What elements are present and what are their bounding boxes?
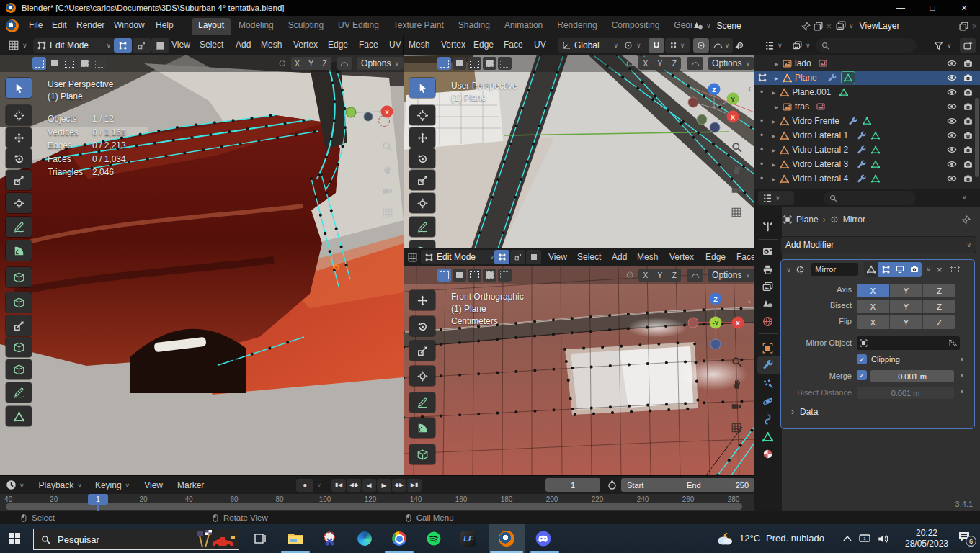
bisect-x-button[interactable]: X [857, 300, 890, 313]
scene-icon[interactable] [693, 21, 703, 31]
axis-x-button[interactable]: X [857, 284, 890, 297]
blender-taskbar-active[interactable] [489, 524, 525, 553]
mode-dropdown[interactable]: Edit Mode ∨ [33, 38, 115, 53]
collapse-modifier-icon[interactable]: ∨ [786, 266, 791, 274]
taskbar-search-box[interactable]: Pesquisar [33, 529, 239, 550]
auto-keying-button[interactable]: ● [296, 479, 313, 492]
jump-to-end-button[interactable]: ▶▮ [407, 479, 422, 492]
scene-name[interactable]: Scene [717, 21, 799, 31]
outliner-row-vidro-lateral-4[interactable]: • ▸ Vidro Lateral 4 [754, 171, 980, 186]
bisect-y-button[interactable]: Y [890, 300, 923, 313]
vp2-cursor-tool[interactable] [409, 105, 435, 125]
vp3-menu-add[interactable]: Add [607, 251, 631, 264]
tab-object-data[interactable] [762, 431, 773, 442]
tab-render[interactable] [762, 246, 773, 257]
vp3-select-box-difference[interactable] [483, 269, 496, 282]
tray-clock[interactable]: 20:22 28/05/2023 [899, 528, 954, 549]
vp2-select-box-difference[interactable] [483, 57, 496, 70]
modifier-render-toggle[interactable] [907, 262, 922, 276]
menu-window[interactable]: Window [110, 19, 149, 32]
vp2-select-box-extend[interactable] [453, 57, 466, 70]
vp2-scale-tool[interactable] [409, 170, 435, 190]
notification-center-button[interactable]: 6 [958, 531, 971, 545]
add-cube-tool[interactable] [6, 267, 32, 287]
select-box-new-button[interactable] [32, 57, 46, 70]
tab-geometry-nodes[interactable]: Geometry Nodes [667, 18, 692, 35]
vp3-vertex-select[interactable] [494, 250, 509, 264]
mirror-object-field[interactable] [857, 336, 960, 350]
vp2-zoom-icon[interactable] [731, 142, 742, 153]
proportional-edit-button[interactable] [693, 38, 709, 53]
vp1-mirror-x[interactable]: X [291, 57, 305, 70]
bisect-z-button[interactable]: Z [923, 300, 956, 313]
tab-constraints[interactable] [762, 414, 773, 425]
annotate-tool[interactable] [6, 217, 32, 237]
vp1-menu-edge[interactable]: Edge [324, 38, 352, 51]
tab-particles[interactable] [762, 379, 773, 390]
vp1-zoom-icon[interactable] [382, 141, 393, 152]
pin-id-icon[interactable] [961, 215, 971, 225]
vp3-mirror-icon[interactable] [625, 270, 634, 280]
overlays-toggle-icon[interactable] [734, 40, 744, 50]
select-box-tool[interactable] [6, 78, 32, 98]
vp3-menu-edge[interactable]: Edge [701, 251, 730, 264]
vp2-select-box-subtract[interactable] [468, 57, 481, 70]
poly-build-tool[interactable] [6, 406, 32, 426]
extrude-region-tool[interactable] [6, 292, 32, 313]
vp2-select-box-intersect[interactable] [498, 57, 512, 70]
vp3-select-box-intersect[interactable] [498, 269, 512, 282]
merge-animate-dot[interactable] [961, 374, 963, 377]
tray-display-icon[interactable]: 1 [859, 534, 870, 544]
snap-target-dropdown[interactable]: ∨ [665, 38, 690, 53]
loop-cut-tool[interactable] [6, 359, 32, 379]
render-visibility-icon[interactable] [963, 59, 973, 68]
transform-tool[interactable] [6, 193, 32, 213]
weather-temp[interactable]: 12°C [739, 533, 760, 544]
axis-z-button[interactable]: Z [923, 284, 956, 297]
hide-eye-icon[interactable] [947, 58, 957, 68]
render-visibility-icon[interactable] [963, 131, 973, 140]
outliner-row-tras[interactable]: ▸ tras [754, 99, 980, 114]
bisect-distance-field[interactable]: 0.001 m [857, 387, 954, 399]
modifier-drag-handle[interactable] [950, 266, 960, 273]
modifier-extras-dropdown[interactable]: ∨ [926, 266, 931, 273]
render-visibility-icon[interactable] [963, 102, 973, 112]
vertex-select-button[interactable] [114, 38, 132, 53]
viewlayer-dropdown-icon[interactable]: ∨ [849, 22, 854, 30]
vp3-face-select[interactable] [526, 250, 541, 264]
tray-speaker-icon[interactable] [878, 534, 888, 544]
tab-output[interactable] [762, 264, 773, 275]
flip-y-button[interactable]: Y [890, 315, 923, 329]
hide-eye-icon[interactable] [947, 87, 957, 97]
tab-texture-paint[interactable]: Texture Paint [387, 18, 450, 35]
vp2-mirror-icon[interactable] [625, 58, 634, 68]
vp3-edge-select[interactable] [510, 250, 525, 264]
render-visibility-icon[interactable] [963, 160, 973, 169]
current-frame-badge[interactable]: 1 [88, 494, 108, 505]
modifier-realtime-toggle[interactable] [893, 262, 907, 276]
vp3-editor-icon[interactable] [408, 253, 417, 262]
current-frame-field[interactable]: 1 [545, 478, 600, 492]
tab-sculpting[interactable]: Sculpting [282, 18, 330, 35]
vp2-snap-falloff-button[interactable] [687, 57, 703, 70]
snap-toggle-button[interactable] [649, 38, 664, 53]
tab-uv-editing[interactable]: UV Editing [331, 18, 386, 35]
breadcrumb-modifier[interactable]: Mirror [843, 215, 865, 225]
properties-search-input[interactable] [824, 191, 916, 205]
tab-rendering[interactable]: Rendering [551, 18, 603, 35]
vp3-select-box-subtract[interactable] [468, 269, 481, 282]
vp3-menu-face[interactable]: Face [732, 251, 755, 264]
vp2-mirror-x[interactable]: X [638, 57, 653, 70]
add-modifier-dropdown[interactable]: Add Modifier ∨ [780, 236, 976, 253]
clipping-animate-dot[interactable] [961, 358, 963, 361]
vp1-mirror-z[interactable]: Z [318, 57, 331, 70]
vp1-pan-hand-icon[interactable] [382, 164, 393, 175]
outliner-search-input[interactable] [816, 38, 917, 53]
vp3-camera-view-icon[interactable] [731, 401, 742, 412]
vp2-pan-hand-icon[interactable] [731, 164, 742, 175]
vp1-ortho-grid-icon[interactable] [383, 208, 393, 218]
bevel-tool[interactable] [6, 337, 32, 357]
vp3-ortho-grid-icon[interactable] [731, 423, 741, 433]
hide-eye-icon[interactable] [947, 174, 957, 184]
scene-dropdown-icon[interactable]: ∨ [706, 22, 711, 30]
